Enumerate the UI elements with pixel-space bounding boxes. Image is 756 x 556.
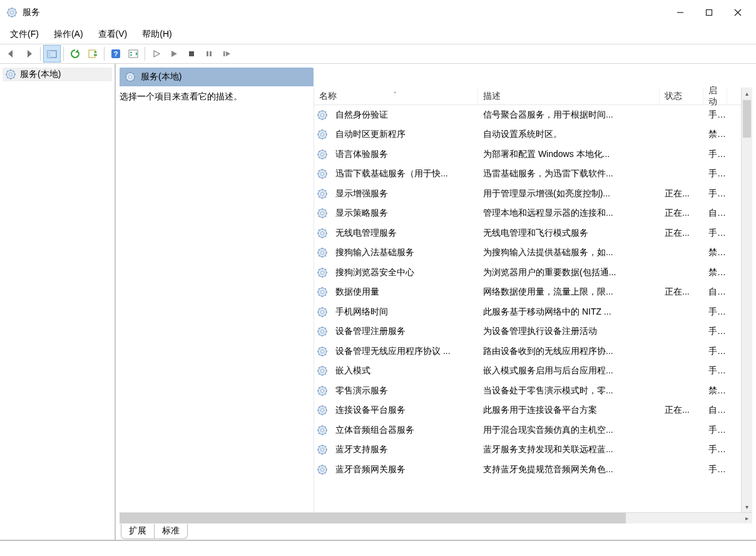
start-service-button[interactable] [148,45,165,63]
service-row[interactable]: 搜狗输入法基础服务为搜狗输入法提供基础服务，如...禁用 [314,243,752,263]
view-tabs: 扩展 标准 [116,523,756,540]
service-name-cell: 自动时区更新程序 [330,129,478,140]
gear-icon [5,69,16,80]
svg-rect-20 [130,52,132,53]
service-list: ⌄ 名称 描述 状态 启动 自然身份验证信号聚合器服务，用于根据时间...手动自… [314,88,752,512]
scroll-thumb[interactable] [120,513,626,523]
service-gear-icon [314,109,330,121]
service-start-cell: 手动 [703,464,727,475]
nav-back-button[interactable] [3,45,20,63]
service-name-cell: 蓝牙支持服务 [330,444,478,455]
menu-help[interactable]: 帮助(H) [136,26,178,43]
service-row[interactable]: 数据使用量网络数据使用量，流量上限，限...正在...自动 [314,283,752,303]
service-row[interactable]: 连接设备平台服务此服务用于连接设备平台方案正在...自动 [314,401,752,421]
column-header-start[interactable]: 启动 [703,88,727,104]
pane-header: 服务(本地) [120,68,314,86]
service-row[interactable]: 显示策略服务管理本地和远程显示器的连接和...正在...自动 [314,204,752,224]
service-row[interactable]: 迅雷下载基础服务（用于快...迅雷基础服务，为迅雷下载软件...手动 [314,164,752,184]
service-desc-cell: 用于管理显示增强(如亮度控制)... [478,188,660,200]
service-row[interactable]: 嵌入模式嵌入模式服务启用与后台应用程...手动 [314,361,752,382]
service-row[interactable]: 手机网络时间此服务基于移动网络中的 NITZ ...手动 [314,302,752,322]
service-start-cell: 禁用 [703,267,727,278]
scroll-down-icon[interactable]: ▾ [742,501,752,512]
service-desc-cell: 为搜狗输入法提供基础服务，如... [478,247,660,258]
properties-button[interactable] [125,45,142,63]
nav-forward-button[interactable] [20,45,38,63]
service-desc-cell: 嵌入模式服务启用与后台应用程... [478,365,660,377]
service-row[interactable]: 设备管理注册服务为设备管理执行设备注册活动手动 [314,322,752,342]
body-split: 服务(本地) 服务(本地) 选择一个项目来查看它的描述。 ⌄ 名称 描述 [0,64,756,541]
service-state-cell: 正在... [660,188,703,200]
restart-service-button[interactable] [218,45,235,63]
service-name-cell: 显示增强服务 [330,188,478,200]
start-service-filled-button[interactable] [165,45,183,63]
service-row[interactable]: 无线电管理服务无线电管理和飞行模式服务正在...手动 [314,223,752,243]
column-header-desc[interactable]: 描述 [478,88,660,104]
maximize-button[interactable] [695,0,723,25]
service-name-cell: 搜狗浏览器安全中心 [330,267,478,278]
service-desc-cell: 为部署和配置 Windows 本地化... [478,149,660,160]
tree-root-services-local[interactable]: 服务(本地) [3,68,112,81]
service-gear-icon [314,306,330,318]
service-gear-icon [314,129,330,140]
service-desc-cell: 无线电管理和飞行模式服务 [478,228,660,239]
service-row[interactable]: 蓝牙音频网关服务支持蓝牙免提规范音频网关角色...手动 [314,460,752,480]
pane-content: 选择一个项目来查看它的描述。 ⌄ 名称 描述 状态 启动 自然身份验证信号聚合器… [116,88,756,512]
service-start-cell: 手动 [703,444,727,455]
service-row[interactable]: 设备管理无线应用程序协议 ...路由设备收到的无线应用程序协...手动 [314,341,752,361]
scroll-up-icon[interactable]: ▴ [742,88,752,99]
minimize-button[interactable] [666,0,695,25]
service-state-cell: 正在... [660,208,703,219]
service-name-cell: 嵌入模式 [330,365,478,377]
service-row[interactable]: 语言体验服务为部署和配置 Windows 本地化...手动 [314,144,752,164]
column-header-state[interactable]: 状态 [660,88,703,104]
scroll-right-icon[interactable]: ▸ [741,513,752,523]
help-button[interactable]: ? [107,45,125,63]
menubar: 文件(F) 操作(A) 查看(V) 帮助(H) [0,25,756,44]
close-button[interactable] [723,0,752,25]
service-name-cell: 设备管理无线应用程序协议 ... [330,346,478,357]
service-desc-cell: 此服务用于连接设备平台方案 [478,405,660,416]
service-gear-icon [314,385,330,397]
scroll-thumb[interactable] [743,100,751,138]
service-row[interactable]: 零售演示服务当设备处于零售演示模式时，零...禁用 [314,381,752,401]
service-row[interactable]: 立体音频组合器服务用于混合现实音频仿真的主机空...手动 [314,420,752,440]
tab-extended[interactable]: 扩展 [121,524,155,539]
export-list-button[interactable] [84,45,101,63]
service-gear-icon [314,208,330,219]
toolbar: ? [0,44,756,64]
service-name-cell: 蓝牙音频网关服务 [330,464,478,475]
svg-rect-15 [48,51,51,58]
svg-text:?: ? [114,50,118,58]
service-row[interactable]: 自然身份验证信号聚合器服务，用于根据时间...手动 [314,105,752,125]
show-hide-tree-button[interactable] [43,45,61,63]
pause-service-button[interactable] [200,45,218,63]
tab-standard[interactable]: 标准 [155,524,188,539]
service-name-cell: 搜狗输入法基础服务 [330,247,478,258]
refresh-button[interactable] [66,45,84,63]
menu-file[interactable]: 文件(F) [4,26,45,43]
service-gear-icon [314,405,330,416]
service-row[interactable]: 自动时区更新程序自动设置系统时区。禁用 [314,125,752,145]
service-name-cell: 无线电管理服务 [330,228,478,239]
svg-rect-21 [130,54,132,56]
column-headers: ⌄ 名称 描述 状态 启动 [314,88,752,105]
service-desc-cell: 支持蓝牙免提规范音频网关角色... [478,464,660,475]
menu-view[interactable]: 查看(V) [92,26,134,43]
service-start-cell: 手动 [703,306,727,318]
service-desc-cell: 为浏览器用户的重要数据(包括通... [478,267,660,278]
service-name-cell: 显示策略服务 [330,208,478,219]
service-name-cell: 立体音频组合器服务 [330,425,478,436]
vertical-scrollbar[interactable]: ▴ ▾ [741,88,752,512]
service-row[interactable]: 搜狗浏览器安全中心为浏览器用户的重要数据(包括通...禁用 [314,263,752,283]
service-row[interactable]: 蓝牙支持服务蓝牙服务支持发现和关联远程蓝...手动 [314,440,752,460]
service-start-cell: 手动 [703,425,727,436]
titlebar: 服务 [0,0,756,25]
horizontal-scrollbar[interactable]: ◂ ▸ [120,512,752,523]
service-row[interactable]: 显示增强服务用于管理显示增强(如亮度控制)...正在...手动 [314,184,752,204]
service-gear-icon [314,326,330,337]
menu-action[interactable]: 操作(A) [48,26,89,43]
service-name-cell: 设备管理注册服务 [330,326,478,337]
tree-pane: 服务(本地) [0,64,116,540]
stop-service-button[interactable] [183,45,200,63]
